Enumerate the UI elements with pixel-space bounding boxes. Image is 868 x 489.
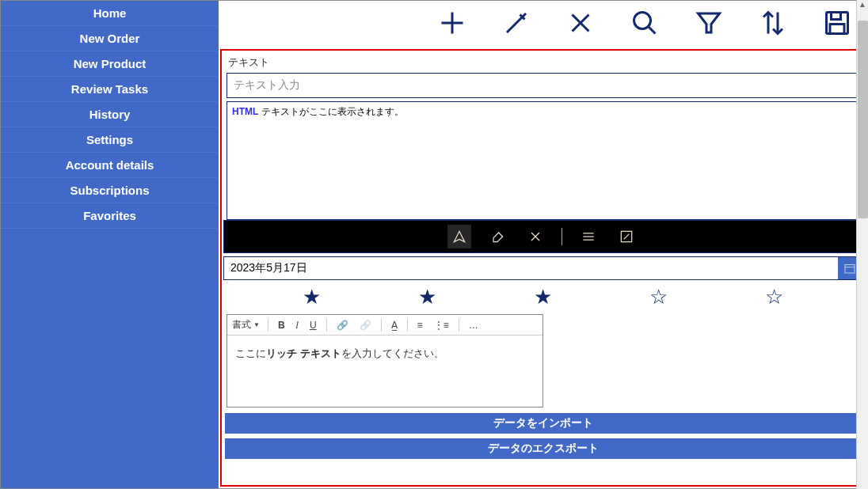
divider	[562, 228, 562, 245]
rte-bold-button[interactable]: B	[276, 320, 287, 331]
edit-icon[interactable]	[502, 9, 531, 37]
svg-line-6	[649, 27, 656, 34]
eraser-button[interactable]	[485, 225, 509, 248]
html-preview-text: テキストがここに表示されます。	[258, 106, 403, 117]
export-button[interactable]: データのエクスポート	[225, 438, 861, 459]
sidebar: Home New Order New Product Review Tasks …	[1, 1, 219, 488]
filter-icon[interactable]	[695, 9, 723, 37]
calendar-icon	[843, 262, 856, 275]
rte-ul-button[interactable]: ⋮≡	[432, 320, 451, 331]
main-area: テキスト テキスト入力 HTML テキストがここに表示されます。	[219, 1, 867, 488]
sidebar-item-home[interactable]: Home	[1, 1, 219, 26]
date-picker: 2023年5月17日	[223, 256, 862, 280]
scroll-thumb[interactable]	[858, 21, 868, 218]
clear-button[interactable]	[523, 225, 547, 248]
rich-text-editor: 書式 ▼ B I U 🔗 🔗 A̲ ≡ ⋮≡ …	[227, 314, 543, 408]
plus-icon[interactable]	[438, 9, 466, 37]
text-field-label: テキスト	[222, 51, 864, 73]
sidebar-item-review-tasks[interactable]: Review Tasks	[1, 77, 219, 102]
search-icon[interactable]	[630, 9, 659, 37]
lines-button[interactable]	[577, 225, 600, 248]
sort-icon[interactable]	[759, 9, 787, 37]
rte-color-button[interactable]: A̲	[390, 320, 399, 331]
text-input[interactable]: テキスト入力	[227, 73, 859, 98]
svg-line-19	[624, 234, 630, 240]
rte-underline-button[interactable]: U	[308, 320, 318, 331]
rte-toolbar: 書式 ▼ B I U 🔗 🔗 A̲ ≡ ⋮≡ …	[227, 315, 542, 335]
form-panel: テキスト テキスト入力 HTML テキストがここに表示されます。	[220, 49, 866, 487]
rte-more-button[interactable]: …	[467, 320, 480, 331]
svg-rect-20	[845, 264, 855, 273]
scroll-up-arrow[interactable]: ▲	[857, 0, 868, 9]
rating-control: ★ ★ ★ ☆ ☆	[222, 280, 864, 314]
star-4[interactable]: ☆	[649, 285, 668, 309]
rte-body[interactable]: ここにリッチ テキストを入力してください。	[227, 335, 542, 407]
star-3[interactable]: ★	[534, 285, 552, 309]
save-icon[interactable]	[823, 9, 851, 37]
rte-unlink-button[interactable]: 🔗	[358, 320, 373, 331]
svg-rect-12	[830, 25, 844, 34]
sidebar-item-account-details[interactable]: Account details	[1, 153, 219, 178]
date-input[interactable]: 2023年5月17日	[224, 257, 838, 279]
signature-toolbar	[223, 220, 862, 253]
sidebar-item-subscriptions[interactable]: Subscriptions	[1, 178, 219, 203]
star-1[interactable]: ★	[303, 285, 321, 309]
rte-ol-button[interactable]: ≡	[416, 320, 424, 331]
star-2[interactable]: ★	[418, 285, 436, 309]
scrollbar[interactable]: ▲	[856, 0, 868, 489]
svg-marker-7	[699, 13, 720, 32]
star-5[interactable]: ☆	[765, 285, 783, 309]
rte-italic-button[interactable]: I	[295, 320, 300, 331]
top-toolbar	[219, 1, 867, 49]
sidebar-item-history[interactable]: History	[1, 102, 219, 127]
html-label: HTML	[232, 106, 258, 117]
sidebar-item-settings[interactable]: Settings	[1, 127, 219, 153]
svg-point-5	[634, 13, 651, 29]
import-button[interactable]: データをインポート	[225, 413, 861, 434]
html-preview: HTML テキストがここに表示されます。	[227, 101, 859, 220]
close-icon[interactable]	[566, 9, 595, 37]
rte-link-button[interactable]: 🔗	[335, 320, 350, 331]
sidebar-item-new-product[interactable]: New Product	[1, 51, 219, 77]
sign-edit-button[interactable]	[615, 225, 638, 248]
sidebar-item-favorites[interactable]: Favorites	[1, 203, 219, 229]
rte-format-dropdown[interactable]: 書式 ▼	[232, 318, 260, 332]
sidebar-item-new-order[interactable]: New Order	[1, 26, 219, 51]
pen-tool-button[interactable]	[447, 225, 471, 248]
svg-rect-11	[832, 13, 841, 20]
